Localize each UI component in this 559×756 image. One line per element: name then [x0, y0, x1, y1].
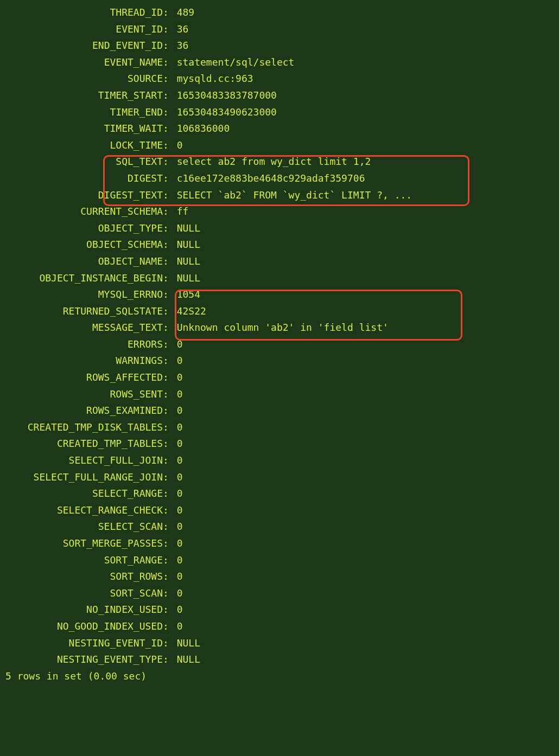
row-separator: :: [163, 452, 177, 469]
row-value: 0: [177, 535, 183, 552]
row-label: SELECT_RANGE_CHECK: [0, 502, 163, 519]
result-row: EVENT_NAME: statement/sql/select: [0, 54, 559, 71]
row-separator: :: [163, 236, 177, 253]
row-value: 0: [177, 618, 183, 635]
row-separator: :: [163, 187, 177, 204]
row-label: ERRORS: [0, 336, 163, 353]
row-label: ROWS_AFFECTED: [0, 369, 163, 386]
row-separator: :: [163, 601, 177, 618]
row-separator: :: [163, 635, 177, 652]
result-row: NO_GOOD_INDEX_USED: 0: [0, 618, 559, 635]
row-label: SELECT_SCAN: [0, 518, 163, 535]
row-separator: :: [163, 369, 177, 386]
result-row: OBJECT_INSTANCE_BEGIN: NULL: [0, 270, 559, 287]
row-value: 16530483490623000: [177, 104, 277, 121]
result-row: SORT_SCAN: 0: [0, 585, 559, 602]
row-label: SORT_SCAN: [0, 585, 163, 602]
row-label: SOURCE: [0, 71, 163, 87]
row-value: 106836000: [177, 120, 230, 137]
row-value: Unknown column 'ab2' in 'field list': [177, 319, 389, 336]
row-separator: :: [163, 4, 177, 21]
row-value: statement/sql/select: [177, 54, 295, 71]
row-label: CREATED_TMP_TABLES: [0, 435, 163, 452]
row-separator: :: [163, 37, 177, 54]
result-row: CURRENT_SCHEMA: ff: [0, 203, 559, 220]
row-value: 0: [177, 601, 183, 618]
result-row: NESTING_EVENT_TYPE: NULL: [0, 651, 559, 668]
row-separator: :: [163, 286, 177, 303]
row-separator: :: [163, 552, 177, 569]
row-separator: :: [163, 402, 177, 419]
row-label: EVENT_NAME: [0, 54, 163, 71]
result-row: EVENT_ID: 36: [0, 21, 559, 38]
row-value: 0: [177, 485, 183, 502]
row-value: 0: [177, 452, 183, 469]
row-separator: :: [163, 220, 177, 237]
row-value: NULL: [177, 651, 200, 668]
row-label: END_EVENT_ID: [0, 37, 163, 54]
row-separator: :: [163, 54, 177, 71]
row-value: 42S22: [177, 303, 206, 320]
row-separator: :: [163, 319, 177, 336]
row-label: TIMER_END: [0, 104, 163, 121]
row-separator: :: [163, 71, 177, 87]
row-value: 0: [177, 568, 183, 585]
row-value: select ab2 from wy_dict limit 1,2: [177, 153, 371, 170]
row-separator: :: [163, 568, 177, 585]
row-value: 0: [177, 552, 183, 569]
terminal-output: THREAD_ID: 489EVENT_ID: 36END_EVENT_ID: …: [0, 4, 559, 684]
row-separator: :: [163, 87, 177, 104]
row-label: MESSAGE_TEXT: [0, 319, 163, 336]
row-value: 0: [177, 353, 183, 369]
result-row: OBJECT_TYPE: NULL: [0, 220, 559, 237]
result-rows: THREAD_ID: 489EVENT_ID: 36END_EVENT_ID: …: [0, 4, 559, 668]
row-label: TIMER_WAIT: [0, 120, 163, 137]
row-separator: :: [163, 651, 177, 668]
row-value: 0: [177, 386, 183, 403]
result-footer: 5 rows in set (0.00 sec): [0, 668, 559, 685]
row-label: CREATED_TMP_DISK_TABLES: [0, 419, 163, 436]
row-value: 0: [177, 469, 183, 486]
result-row: ROWS_SENT: 0: [0, 386, 559, 403]
row-label: CURRENT_SCHEMA: [0, 203, 163, 220]
row-value: SELECT `ab2` FROM `wy_dict` LIMIT ?, ...: [177, 187, 412, 204]
row-value: 36: [177, 21, 189, 38]
row-label: ROWS_EXAMINED: [0, 402, 163, 419]
row-value: 0: [177, 336, 183, 353]
result-row: ROWS_AFFECTED: 0: [0, 369, 559, 386]
result-row: TIMER_END: 16530483490623000: [0, 104, 559, 121]
row-value: 0: [177, 137, 183, 154]
row-separator: :: [163, 353, 177, 369]
result-row: NESTING_EVENT_ID: NULL: [0, 635, 559, 652]
row-value: 0: [177, 585, 183, 602]
result-row: THREAD_ID: 489: [0, 4, 559, 21]
row-label: SQL_TEXT: [0, 153, 163, 170]
result-row: ERRORS: 0: [0, 336, 559, 353]
result-row: SQL_TEXT: select ab2 from wy_dict limit …: [0, 153, 559, 170]
result-row: MESSAGE_TEXT: Unknown column 'ab2' in 'f…: [0, 319, 559, 336]
row-value: NULL: [177, 236, 200, 253]
row-separator: :: [163, 170, 177, 187]
row-label: NESTING_EVENT_TYPE: [0, 651, 163, 668]
row-label: SELECT_RANGE: [0, 485, 163, 502]
row-separator: :: [163, 469, 177, 486]
result-row: SOURCE: mysqld.cc:963: [0, 71, 559, 87]
result-row: ROWS_EXAMINED: 0: [0, 402, 559, 419]
row-separator: :: [163, 137, 177, 154]
row-separator: :: [163, 120, 177, 137]
row-label: DIGEST_TEXT: [0, 187, 163, 204]
row-label: OBJECT_NAME: [0, 253, 163, 270]
row-label: ROWS_SENT: [0, 386, 163, 403]
row-label: OBJECT_SCHEMA: [0, 236, 163, 253]
row-label: DIGEST: [0, 170, 163, 187]
row-label: NESTING_EVENT_ID: [0, 635, 163, 652]
row-label: SORT_MERGE_PASSES: [0, 535, 163, 552]
result-row: CREATED_TMP_TABLES: 0: [0, 435, 559, 452]
result-row: MYSQL_ERRNO: 1054: [0, 286, 559, 303]
row-label: WARNINGS: [0, 353, 163, 369]
row-value: ff: [177, 203, 189, 220]
row-separator: :: [163, 104, 177, 121]
result-row: SELECT_FULL_RANGE_JOIN: 0: [0, 469, 559, 486]
result-row: SELECT_RANGE: 0: [0, 485, 559, 502]
row-label: SELECT_FULL_RANGE_JOIN: [0, 469, 163, 486]
